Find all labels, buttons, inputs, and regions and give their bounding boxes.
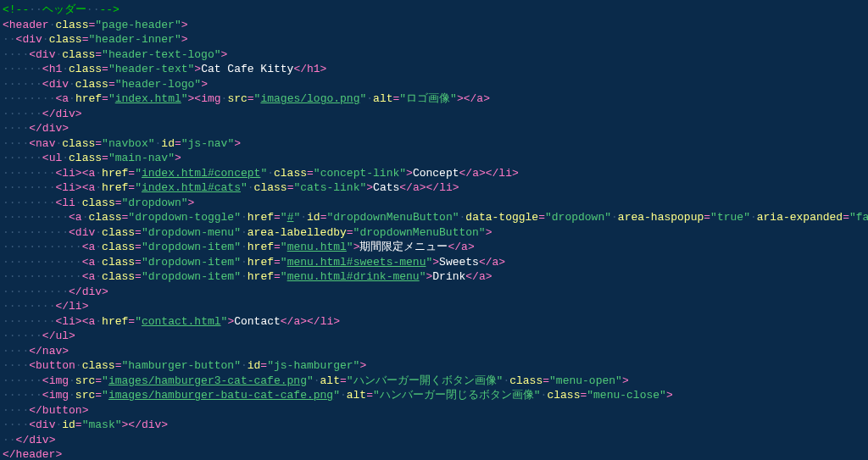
code-line[interactable]: ····</button> (3, 403, 868, 418)
code-line[interactable]: ······<img·src="images/hamburger-batu-ca… (3, 388, 868, 403)
code-editor[interactable]: <!--··ヘッダー··--><header·class="page-heade… (0, 0, 868, 460)
code-line[interactable]: ··<div·class="header-inner"> (3, 32, 868, 47)
code-line[interactable]: ········</li> (3, 299, 868, 314)
code-line[interactable]: ······</div> (3, 107, 868, 122)
code-line[interactable]: ········<li><a·href="index.html#cats"·cl… (3, 180, 868, 196)
code-line[interactable]: ········<li·class="dropdown"> (3, 196, 868, 211)
code-line[interactable]: ····<button·class="hamburger-button"·id=… (3, 358, 868, 374)
code-line[interactable]: ······<img·src="images/hamburger3-cat-ca… (3, 374, 868, 389)
code-line[interactable]: ············<a·class="dropdown-item"·hre… (3, 240, 868, 255)
code-line[interactable]: </header> (3, 447, 868, 460)
code-line[interactable]: ····<nav·class="navbox"·id="js-nav"> (3, 136, 868, 152)
code-line[interactable]: ············<a·class="dropdown-item"·hre… (3, 269, 868, 285)
code-line[interactable]: ············<a·class="dropdown-item"·hre… (3, 255, 868, 270)
code-line[interactable]: ····</div> (3, 121, 868, 136)
code-line[interactable]: ········<li><a·href="contact.html">Conta… (3, 314, 868, 330)
code-line[interactable]: <header·class="page-header"> (3, 18, 868, 33)
code-line[interactable]: ········<a·href="index.html"><img·src="i… (3, 91, 868, 107)
code-line[interactable]: ······<div·class="header-logo"> (3, 77, 868, 92)
code-line[interactable]: ··········<div·class="dropdown-menu"·are… (3, 225, 868, 241)
code-line[interactable]: ······<ul·class="main-nav"> (3, 151, 868, 166)
code-line[interactable]: ····<div·class="header-text-logo"> (3, 47, 868, 63)
code-line[interactable]: ······</ul> (3, 329, 868, 344)
code-line[interactable]: <!--··ヘッダー··--> (3, 3, 868, 18)
code-line[interactable]: ··········<a·class="dropdown-toggle"·hre… (3, 210, 868, 225)
code-line[interactable]: ········<li><a·href="index.html#concept"… (3, 166, 868, 181)
code-line[interactable]: ····</nav> (3, 344, 868, 359)
code-line[interactable]: ····<div·id="mask"></div> (3, 418, 868, 433)
code-line[interactable]: ··</div> (3, 433, 868, 448)
code-line[interactable]: ······<h1·class="header-text">Cat Cafe K… (3, 62, 868, 77)
code-line[interactable]: ··········</div> (3, 285, 868, 300)
